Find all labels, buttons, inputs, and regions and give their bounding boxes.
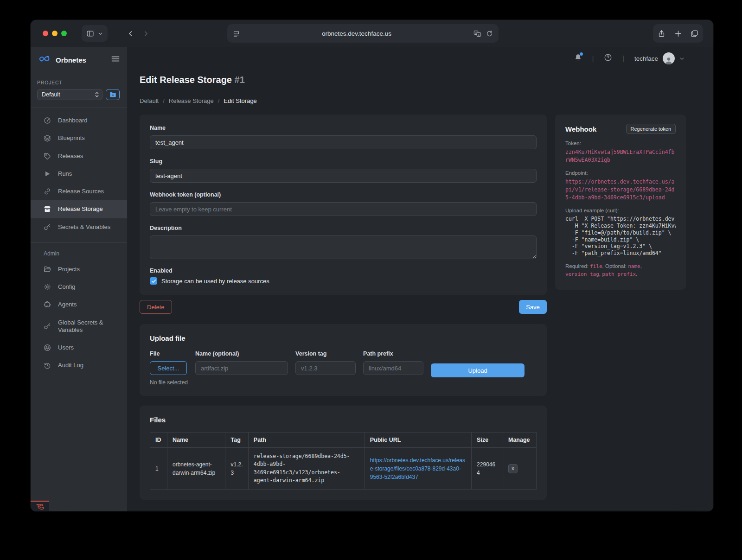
minimize-window-button[interactable] bbox=[52, 31, 58, 36]
endpoint-label: Endpoint: bbox=[565, 170, 676, 176]
delete-file-button[interactable]: x bbox=[508, 464, 518, 473]
laravel-icon bbox=[36, 503, 44, 510]
reload-icon[interactable] bbox=[486, 30, 493, 37]
storage-box-icon bbox=[44, 205, 51, 213]
url-text[interactable]: orbnetes.dev.techface.us bbox=[240, 30, 473, 37]
path-prefix-label: Path prefix bbox=[363, 350, 423, 357]
regenerate-token-button[interactable]: Regenerate token bbox=[626, 124, 676, 134]
key-icon bbox=[44, 323, 51, 330]
col-header-id: ID bbox=[150, 433, 167, 448]
path-prefix-input[interactable] bbox=[363, 361, 423, 375]
page-title: Edit Release Storage #1 bbox=[140, 75, 686, 85]
breadcrumb-release-storage[interactable]: Release Storage bbox=[169, 97, 214, 104]
notification-dot bbox=[580, 52, 583, 56]
sidebar-item-release-storage[interactable]: Release Storage bbox=[31, 200, 127, 218]
sidebar-item-release-sources[interactable]: Release Sources bbox=[31, 183, 127, 200]
sidebar-item-projects[interactable]: Projects bbox=[31, 261, 127, 278]
share-icon[interactable] bbox=[658, 30, 665, 38]
brand-name: Orbnetes bbox=[56, 56, 107, 64]
gauge-icon bbox=[44, 117, 51, 124]
upload-file-card: Upload file File Select... No file selec… bbox=[140, 324, 547, 396]
sidebar-item-global-secrets-variables[interactable]: Global Secrets & Variables bbox=[31, 314, 126, 339]
public-url-link[interactable]: https://orbnetes.dev.techface.us/release… bbox=[370, 457, 465, 480]
tab-overview-icon[interactable] bbox=[691, 30, 698, 38]
notifications-button[interactable] bbox=[574, 53, 582, 64]
sidebar-item-agents[interactable]: Agents bbox=[31, 296, 127, 313]
version-tag-input[interactable] bbox=[295, 361, 356, 375]
footer-brand: Orbnetes bbox=[140, 510, 168, 511]
slug-label: Slug bbox=[150, 158, 537, 165]
upload-button[interactable]: Upload bbox=[431, 363, 525, 377]
enabled-checkbox[interactable] bbox=[150, 277, 157, 285]
file-path-cell: release-storage/6689dbea-24d5-4dbb-a9bd-… bbox=[248, 448, 365, 490]
slug-input[interactable] bbox=[150, 169, 537, 183]
sidebar-item-users[interactable]: Users bbox=[31, 339, 127, 356]
save-button[interactable]: Save bbox=[519, 300, 547, 314]
project-label: PROJECT bbox=[37, 80, 120, 85]
sidebar-collapse-icon[interactable] bbox=[111, 56, 120, 64]
col-header-public-url: Public URL bbox=[365, 433, 471, 448]
app-footer: Orbnetes © bbox=[127, 510, 713, 511]
new-project-button[interactable] bbox=[106, 89, 120, 100]
breadcrumb-project[interactable]: Default bbox=[140, 97, 159, 104]
copyright-icon: © bbox=[171, 511, 176, 512]
address-bar[interactable]: orbnetes.dev.techface.us Aa bbox=[227, 24, 499, 43]
history-icon bbox=[44, 362, 51, 369]
curl-example-label: Upload example (curl): bbox=[565, 208, 676, 213]
col-header-manage: Manage bbox=[503, 433, 536, 448]
help-icon bbox=[604, 53, 612, 62]
chevron-down-icon bbox=[98, 31, 103, 36]
browser-window: orbnetes.dev.techface.us Aa bbox=[31, 20, 713, 511]
close-window-button[interactable] bbox=[43, 31, 48, 36]
laravel-debugbar-badge[interactable] bbox=[31, 501, 49, 511]
enabled-label: Enabled bbox=[150, 267, 537, 274]
webhook-token-input[interactable] bbox=[150, 202, 537, 216]
layers-icon bbox=[44, 134, 51, 142]
files-card: Files ID Name Tag Path Public URL bbox=[140, 406, 547, 500]
token-label: Token: bbox=[565, 140, 676, 146]
new-tab-icon[interactable] bbox=[674, 30, 682, 38]
project-select-value: Default bbox=[42, 91, 95, 98]
browser-toolbar: orbnetes.dev.techface.us Aa bbox=[31, 20, 713, 47]
name-input[interactable] bbox=[150, 135, 537, 149]
sidebar-item-blueprints[interactable]: Blueprints bbox=[31, 129, 127, 147]
sidebar-item-audit-log[interactable]: Audit Log bbox=[31, 356, 127, 374]
puzzle-icon bbox=[44, 301, 51, 308]
svg-text:a: a bbox=[478, 33, 479, 36]
edit-storage-form-card: Name Slug Webhook token (optional) bbox=[140, 115, 547, 295]
upload-name-input[interactable] bbox=[195, 361, 288, 375]
col-header-name: Name bbox=[167, 433, 225, 448]
translate-icon[interactable]: Aa bbox=[473, 30, 481, 37]
no-file-text: No file selected bbox=[150, 379, 188, 386]
sidebar-item-runs[interactable]: Runs bbox=[31, 165, 127, 183]
username: techface bbox=[634, 55, 658, 62]
project-select[interactable]: Default bbox=[37, 89, 102, 100]
sidebar: Orbnetes PROJECT Default bbox=[31, 47, 127, 511]
token-value: zzn4Ku7HiKvwtaj59BWLEraXTPaCcin4fbrWN5wE… bbox=[565, 148, 676, 164]
user-menu[interactable]: techface bbox=[634, 52, 684, 64]
breadcrumb: Default / Release Storage / Edit Storage bbox=[140, 97, 686, 104]
sidebar-item-releases[interactable]: Releases bbox=[31, 147, 127, 165]
help-button[interactable] bbox=[604, 53, 612, 64]
browser-sidebar-toggle[interactable] bbox=[82, 25, 108, 42]
app-header: | | techface bbox=[127, 47, 713, 64]
delete-button[interactable]: Delete bbox=[140, 300, 172, 314]
forward-button[interactable] bbox=[142, 30, 149, 37]
file-tag-cell: v1.2.3 bbox=[225, 448, 248, 490]
version-tag-label: Version tag bbox=[295, 350, 356, 357]
name-label: Name bbox=[150, 125, 537, 131]
reader-view-icon[interactable] bbox=[233, 30, 240, 37]
sidebar-item-dashboard[interactable]: Dashboard bbox=[31, 112, 127, 129]
back-button[interactable] bbox=[127, 30, 134, 37]
zoom-window-button[interactable] bbox=[61, 31, 67, 36]
file-select-button[interactable]: Select... bbox=[150, 361, 187, 375]
link-icon bbox=[44, 188, 51, 195]
sidebar-item-secrets-variables[interactable]: Secrets & Variables bbox=[31, 218, 127, 236]
sidebar-admin-nav: Projects Config Agents Global Secrets & … bbox=[31, 261, 127, 378]
sidebar-item-config[interactable]: Config bbox=[31, 278, 127, 296]
description-textarea[interactable] bbox=[150, 235, 537, 259]
file-label: File bbox=[150, 350, 188, 357]
chevron-down-icon bbox=[679, 56, 684, 61]
orbnetes-logo-icon bbox=[39, 55, 51, 65]
table-row: 1 orbnetes-agent-darwin-arm64.zip v1.2.3… bbox=[150, 448, 537, 490]
